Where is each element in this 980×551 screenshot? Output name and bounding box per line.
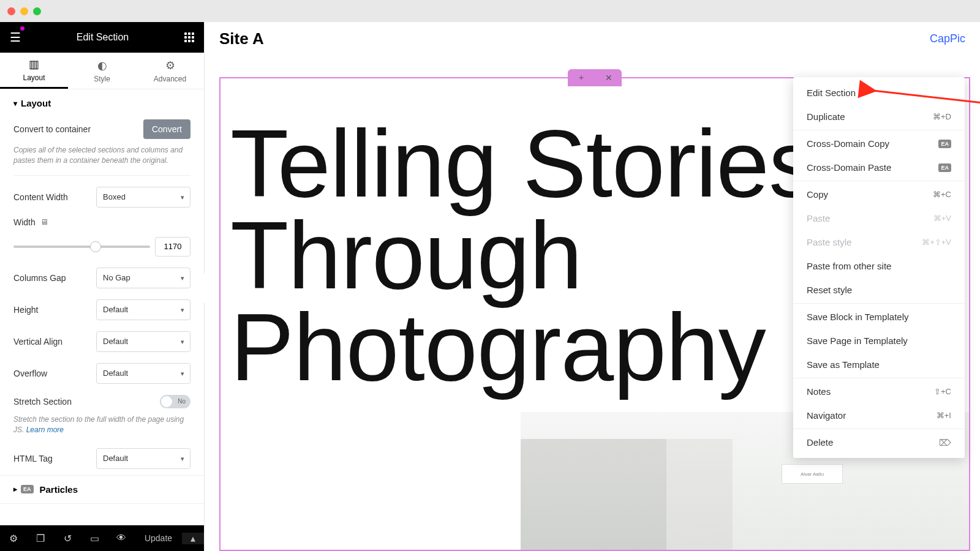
context-menu-separator [793, 303, 965, 304]
hamburger-menu-button[interactable]: ☰ [10, 30, 21, 45]
context-menu-separator [793, 429, 965, 429]
editor-sidebar: ☰ Edit Section ▥Layout ◐Style ⚙Advanced … [0, 22, 205, 551]
height-select[interactable]: Default [96, 299, 190, 320]
tab-advanced[interactable]: ⚙Advanced [136, 53, 204, 89]
cappic-badge: CapPic [930, 32, 965, 45]
history-icon[interactable]: ↺ [54, 533, 81, 544]
keyboard-shortcut: ⇧+C [934, 387, 951, 396]
context-menu-item[interactable]: Copy⌘+C [793, 182, 965, 206]
desktop-icon: 🖥 [40, 217, 48, 227]
keyboard-shortcut: ⌘+C [933, 190, 951, 199]
minimize-window-button[interactable] [20, 7, 28, 15]
convert-help-text: Copies all of the selected sections and … [13, 145, 190, 167]
hero-heading[interactable]: Telling Stories Through Photography [230, 118, 816, 393]
height-label: Height [13, 305, 38, 315]
page-title: Site A [219, 29, 264, 48]
context-menu-item[interactable]: Save as Template [793, 353, 965, 377]
sidebar-footer: ⚙ ❐ ↺ ▭ 👁 Update ▴ [0, 525, 204, 551]
tab-style[interactable]: ◐Style [68, 53, 136, 89]
context-menu-label: Save Block in Templately [807, 312, 908, 322]
stretch-section-toggle[interactable]: No [160, 395, 190, 408]
context-menu-label: Cross-Domain Paste [807, 162, 891, 173]
ea-badge: EA [938, 140, 951, 148]
columns-gap-label: Columns Gap [13, 273, 66, 283]
vertical-align-select[interactable]: Default [96, 331, 190, 352]
sidebar-tabs: ▥Layout ◐Style ⚙Advanced [0, 53, 204, 89]
macos-titlebar [0, 0, 980, 22]
context-menu-separator [793, 378, 965, 378]
context-menu-item[interactable]: Paste from other site [793, 254, 965, 278]
context-menu-label: Edit Section [807, 88, 856, 98]
responsive-icon[interactable]: ▭ [81, 533, 108, 544]
context-menu-label: Copy [807, 189, 828, 200]
add-section-button[interactable]: ＋ [577, 72, 586, 83]
ea-badge: EA [938, 163, 951, 172]
content-width-select[interactable]: Boxed [96, 187, 190, 208]
width-input[interactable] [155, 237, 190, 257]
learn-more-link[interactable]: Learn more [26, 425, 64, 434]
section-layout-heading[interactable]: Layout [13, 98, 190, 108]
content-width-label: Content Width [13, 192, 68, 202]
stretch-section-label: Stretch Section [13, 397, 72, 407]
notification-dot-icon [20, 26, 24, 31]
context-menu-label: Cross-Domain Copy [807, 138, 889, 149]
context-menu-item[interactable]: Notes⇧+C [793, 380, 965, 403]
context-menu-item: Paste style⌘+⇧+V [793, 230, 965, 254]
context-menu-item[interactable]: Cross-Domain PasteEA [793, 156, 965, 179]
context-menu-item[interactable]: Save Block in Templately [793, 305, 965, 329]
tab-label: Advanced [154, 75, 186, 83]
tab-label: Layout [23, 73, 45, 82]
context-menu-item[interactable]: Save Page in Templately [793, 329, 965, 353]
layout-icon: ▥ [29, 58, 39, 71]
sidebar-title: Edit Section [77, 32, 129, 43]
width-slider[interactable] [13, 246, 150, 248]
update-options-button[interactable]: ▴ [182, 533, 204, 544]
context-menu-label: Duplicate [807, 111, 845, 122]
editor-canvas: Site A CapPic ＋ ✕ Alvar Aalto Telling St… [205, 22, 980, 551]
context-menu-label: Notes [807, 386, 831, 397]
close-section-button[interactable]: ✕ [605, 73, 612, 83]
ea-badge: EA [21, 485, 34, 493]
tab-layout[interactable]: ▥Layout [0, 53, 68, 89]
context-menu: Edit SectionDuplicate⌘+DCross-Domain Cop… [793, 77, 965, 458]
context-menu-label: Paste [807, 213, 830, 223]
context-menu-item[interactable]: Cross-Domain CopyEA [793, 132, 965, 156]
navigator-icon[interactable]: ❐ [27, 533, 54, 544]
convert-label: Convert to container [13, 124, 91, 134]
overflow-select[interactable]: Default [96, 363, 190, 384]
preview-icon[interactable]: 👁 [108, 533, 135, 544]
context-menu-separator [793, 130, 965, 130]
settings-icon[interactable]: ⚙ [0, 533, 27, 544]
convert-button[interactable]: Convert [143, 119, 190, 139]
columns-gap-select[interactable]: No Gap [96, 268, 190, 288]
stretch-help-text: Stretch the section to the full width of… [13, 414, 190, 436]
style-icon: ◐ [97, 59, 107, 72]
svg-line-0 [873, 91, 980, 113]
context-menu-label: Paste style [807, 237, 851, 247]
section-particles-heading[interactable]: EAParticles [13, 484, 190, 495]
context-menu-item: Paste⌘+V [793, 206, 965, 230]
keyboard-shortcut: ⌘+⇧+V [922, 238, 951, 247]
context-menu-label: Paste from other site [807, 261, 891, 271]
section-handle: ＋ ✕ [568, 69, 622, 86]
maximize-window-button[interactable] [33, 7, 41, 15]
drag-section-handle[interactable] [591, 75, 599, 80]
html-tag-select[interactable]: Default [96, 448, 190, 469]
update-button[interactable]: Update [135, 533, 182, 543]
overflow-label: Overflow [13, 369, 47, 378]
context-menu-label: Save as Template [807, 359, 880, 370]
context-menu-item[interactable]: Navigator⌘+I [793, 403, 965, 427]
delete-icon: ⌦ [939, 438, 951, 448]
gear-icon: ⚙ [165, 59, 175, 72]
annotation-arrow [869, 87, 980, 126]
widgets-grid-button[interactable] [184, 32, 194, 42]
vertical-align-label: Vertical Align [13, 337, 62, 347]
context-menu-label: Save Page in Templately [807, 335, 908, 346]
context-menu-label: Delete [807, 437, 833, 448]
keyboard-shortcut: ⌘+I [937, 411, 951, 420]
close-window-button[interactable] [7, 7, 15, 15]
keyboard-shortcut: ⌘+V [933, 214, 951, 223]
context-menu-item[interactable]: Reset style [793, 278, 965, 302]
context-menu-label: Navigator [807, 410, 846, 421]
context-menu-item[interactable]: Delete⌦ [793, 430, 965, 454]
